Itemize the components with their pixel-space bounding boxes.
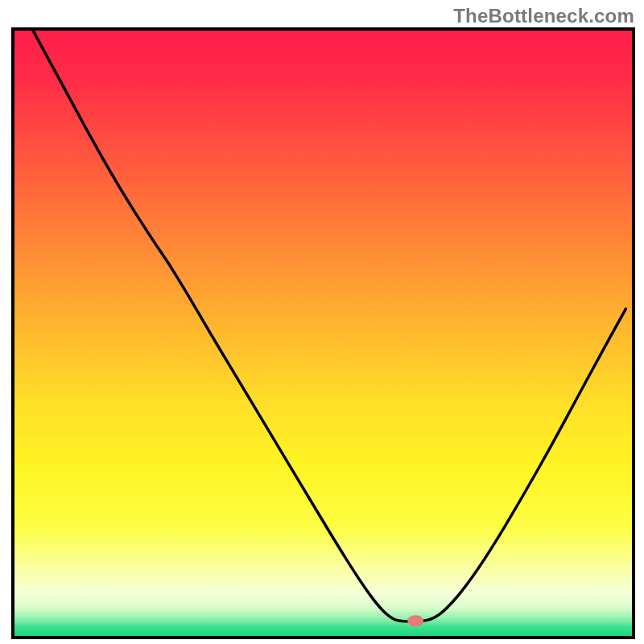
plot-background-gradient [14, 31, 632, 636]
optimal-marker [407, 615, 423, 626]
plot-svg [0, 0, 644, 644]
watermark-text: TheBottleneck.com [453, 5, 634, 27]
